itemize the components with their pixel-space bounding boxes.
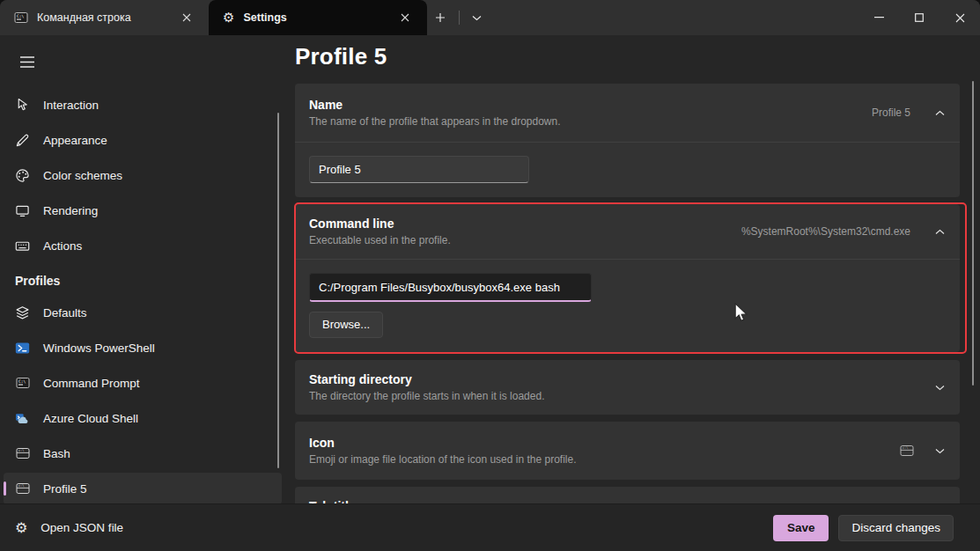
chevron-up-icon[interactable] xyxy=(933,225,946,238)
cmd-icon: C:\ xyxy=(15,376,30,391)
svg-text:C:\: C:\ xyxy=(17,14,25,18)
expander-header-command-line[interactable]: Command line Executable used in the prof… xyxy=(295,204,960,259)
setting-title: Starting directory xyxy=(309,371,933,388)
setting-card-name: Name The name of the profile that appear… xyxy=(295,84,960,197)
tab-dropdown-button[interactable] xyxy=(463,5,490,30)
sidebar-item-profile-5[interactable]: c:\ Profile 5 xyxy=(4,473,282,504)
svg-text:c:\: c:\ xyxy=(903,445,909,450)
sidebar-nav: Interaction Appearance Color schemes xyxy=(0,89,294,504)
gear-icon: ⚙ xyxy=(223,11,234,25)
sidebar-item-label: Interaction xyxy=(43,99,99,112)
expander-header-tab-title[interactable]: Tab title xyxy=(295,487,960,503)
settings-sidebar: Interaction Appearance Color schemes xyxy=(0,35,294,503)
paintbrush-icon xyxy=(15,133,30,148)
command-line-input[interactable] xyxy=(309,273,592,302)
close-window-button[interactable] xyxy=(939,0,980,35)
gear-icon: ⚙ xyxy=(15,521,27,535)
windows-terminal-window: C:\ Командная строка ⚙ Settings xyxy=(0,0,980,551)
sidebar-item-command-prompt[interactable]: C:\ Command Prompt xyxy=(4,367,282,399)
settings-content: Profile 5 Name The name of the profile t… xyxy=(294,35,980,503)
open-json-file-button[interactable]: ⚙ Open JSON file xyxy=(15,521,123,535)
open-json-label: Open JSON file xyxy=(41,521,123,534)
expander-header-name[interactable]: Name The name of the profile that appear… xyxy=(295,84,960,142)
palette-icon xyxy=(15,168,30,183)
chevron-down-icon[interactable] xyxy=(933,444,946,457)
sidebar-item-label: Command Prompt xyxy=(43,377,140,390)
profile-icon-preview: c:\ xyxy=(900,444,914,458)
discard-changes-button[interactable]: Discard changes xyxy=(838,515,954,541)
expander-body-command-line: Browse... xyxy=(295,259,960,352)
hamburger-menu-button[interactable] xyxy=(12,48,42,76)
sidebar-item-rendering[interactable]: Rendering xyxy=(4,195,282,226)
keyboard-icon xyxy=(15,239,30,253)
sidebar-item-appearance[interactable]: Appearance xyxy=(4,124,282,156)
maximize-button[interactable] xyxy=(899,0,939,35)
close-tab-icon[interactable] xyxy=(394,6,416,29)
tab-settings[interactable]: ⚙ Settings xyxy=(209,0,427,35)
setting-current-value: %SystemRoot%\System32\cmd.exe xyxy=(741,225,910,238)
setting-description: Executable used in the profile. xyxy=(309,232,741,248)
sidebar-item-azure-cloud-shell[interactable]: Azure Cloud Shell xyxy=(4,402,282,434)
sidebar-item-label: Appearance xyxy=(43,134,107,147)
svg-text:C:\: C:\ xyxy=(18,379,26,384)
profiles-section-header: Profiles xyxy=(15,274,294,288)
setting-card-starting-directory: Starting directory The directory the pro… xyxy=(295,360,960,415)
tab-command-prompt[interactable]: C:\ Командная строка xyxy=(0,0,209,35)
titlebar-drag-area xyxy=(490,0,858,35)
sidebar-item-actions[interactable]: Actions xyxy=(4,230,282,261)
sidebar-item-interaction[interactable]: Interaction xyxy=(4,89,282,121)
sidebar-item-label: Azure Cloud Shell xyxy=(43,412,138,425)
terminal-window-icon: c:\ xyxy=(15,446,30,461)
terminal-window-icon: c:\ xyxy=(15,481,30,496)
setting-description: Emoji or image file location of the icon… xyxy=(309,452,900,467)
settings-footer: ⚙ Open JSON file Save Discard changes xyxy=(0,503,980,551)
expander-body-name xyxy=(295,142,960,197)
minimize-button[interactable] xyxy=(858,0,899,35)
setting-title: Command line xyxy=(309,215,741,232)
browse-button[interactable]: Browse... xyxy=(309,312,383,338)
setting-description: The name of the profile that appears in … xyxy=(309,114,872,129)
sidebar-item-label: Actions xyxy=(43,239,82,253)
sidebar-item-windows-powershell[interactable]: Windows PowerShell xyxy=(4,332,282,364)
close-tab-icon[interactable] xyxy=(175,6,198,29)
monitor-icon xyxy=(15,203,30,218)
setting-current-value: Profile 5 xyxy=(872,107,910,119)
sidebar-item-label: Bash xyxy=(43,447,70,460)
tab-label: Командная строка xyxy=(37,11,166,24)
sidebar-scrollbar[interactable] xyxy=(277,113,279,468)
chevron-down-icon[interactable] xyxy=(933,381,946,393)
setting-card-tab-title: Tab title xyxy=(295,487,960,503)
azure-cloud-icon xyxy=(15,411,30,426)
tab-label: Settings xyxy=(243,11,385,24)
layers-icon xyxy=(15,305,30,320)
setting-card-command-line: Command line Executable used in the prof… xyxy=(295,204,960,352)
selection-indicator xyxy=(4,481,6,496)
sidebar-item-color-schemes[interactable]: Color schemes xyxy=(4,159,282,191)
sidebar-item-bash[interactable]: c:\ Bash xyxy=(4,437,282,469)
svg-text:c:\: c:\ xyxy=(18,448,24,452)
tab-bar-divider xyxy=(459,11,460,25)
powershell-icon xyxy=(15,341,30,356)
setting-title: Name xyxy=(309,96,872,114)
expander-header-starting-directory[interactable]: Starting directory The directory the pro… xyxy=(295,360,960,415)
interaction-icon xyxy=(15,98,30,113)
sidebar-item-label: Color schemes xyxy=(43,169,122,182)
setting-card-icon: Icon Emoji or image file location of the… xyxy=(295,422,960,480)
expander-header-icon[interactable]: Icon Emoji or image file location of the… xyxy=(295,422,960,480)
page-title: Profile 5 xyxy=(295,43,960,70)
cmd-icon: C:\ xyxy=(14,11,28,25)
setting-description: The directory the profile starts in when… xyxy=(309,388,933,404)
setting-title: Icon xyxy=(309,434,900,452)
chevron-up-icon[interactable] xyxy=(933,107,946,119)
svg-text:c:\: c:\ xyxy=(18,483,24,488)
setting-title: Tab title xyxy=(309,497,946,503)
content-scrollbar[interactable] xyxy=(972,81,975,386)
save-button[interactable]: Save xyxy=(773,515,829,541)
profile-name-input[interactable] xyxy=(309,156,529,183)
sidebar-item-label: Defaults xyxy=(43,306,87,320)
sidebar-item-label: Rendering xyxy=(43,204,98,217)
sidebar-item-label: Profile 5 xyxy=(43,482,87,496)
sidebar-item-defaults[interactable]: Defaults xyxy=(4,297,282,328)
new-tab-button[interactable] xyxy=(427,5,453,30)
window-controls xyxy=(858,0,980,35)
